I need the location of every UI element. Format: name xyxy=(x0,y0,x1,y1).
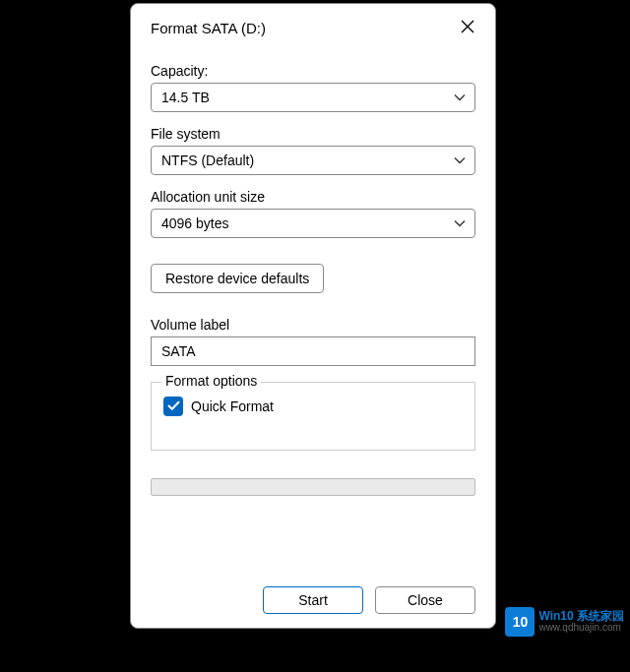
start-button[interactable]: Start xyxy=(263,586,363,614)
quick-format-checkbox[interactable] xyxy=(163,397,183,416)
allocation-value: 4096 bytes xyxy=(161,215,229,231)
volume-label: Volume label xyxy=(151,317,475,333)
restore-defaults-button[interactable]: Restore device defaults xyxy=(151,264,324,293)
dialog-buttons: Start Close xyxy=(151,586,475,614)
dialog-title: Format SATA (D:) xyxy=(151,20,266,36)
watermark: 10 Win10 系统家园 www.qdhuajin.com xyxy=(505,607,624,637)
dialog-content: Capacity: 14.5 TB File system NTFS (Defa… xyxy=(131,49,495,628)
progress-bar xyxy=(151,478,475,496)
format-dialog: Format SATA (D:) Capacity: 14.5 TB File … xyxy=(130,3,496,629)
titlebar: Format SATA (D:) xyxy=(131,4,495,49)
format-options-group: Format options Quick Format xyxy=(151,382,475,451)
filesystem-select[interactable]: NTFS (Default) xyxy=(151,146,475,175)
filesystem-value: NTFS (Default) xyxy=(161,153,254,168)
watermark-badge: 10 xyxy=(505,607,535,637)
format-options-legend: Format options xyxy=(161,373,261,389)
quick-format-row: Quick Format xyxy=(163,397,463,416)
close-icon xyxy=(461,20,474,36)
capacity-label: Capacity: xyxy=(151,63,475,79)
quick-format-label: Quick Format xyxy=(191,398,274,414)
capacity-value: 14.5 TB xyxy=(161,90,210,105)
volume-label-input[interactable] xyxy=(151,336,475,366)
close-dialog-button[interactable]: Close xyxy=(375,586,475,614)
close-button[interactable] xyxy=(454,14,481,41)
watermark-line2: www.qdhuajin.com xyxy=(538,623,624,634)
allocation-label: Allocation unit size xyxy=(151,189,475,205)
check-icon xyxy=(167,398,180,414)
allocation-select[interactable]: 4096 bytes xyxy=(151,209,475,238)
watermark-text: Win10 系统家园 www.qdhuajin.com xyxy=(538,610,624,633)
capacity-select[interactable]: 14.5 TB xyxy=(151,83,475,112)
filesystem-label: File system xyxy=(151,126,475,142)
